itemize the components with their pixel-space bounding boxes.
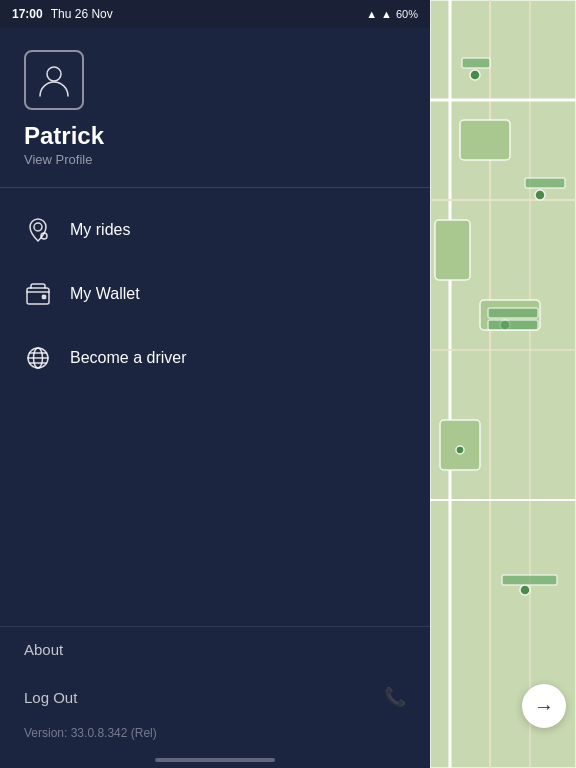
become-driver-label: Become a driver bbox=[70, 349, 187, 367]
nav-items: My rides My Wallet bbox=[0, 188, 430, 626]
map-background bbox=[430, 0, 576, 768]
svg-rect-4 bbox=[42, 295, 46, 299]
about-label: About bbox=[24, 641, 63, 658]
logout-label: Log Out bbox=[24, 689, 77, 706]
globe-icon bbox=[24, 344, 52, 372]
my-rides-label: My rides bbox=[70, 221, 130, 239]
status-time: 17:00 bbox=[12, 7, 43, 21]
svg-rect-7 bbox=[430, 0, 576, 768]
phone-icon: 📞 bbox=[384, 686, 406, 708]
status-date: Thu 26 Nov bbox=[51, 7, 113, 21]
avatar bbox=[24, 50, 84, 110]
about-item[interactable]: About bbox=[0, 627, 430, 672]
my-wallet-label: My Wallet bbox=[70, 285, 140, 303]
svg-rect-18 bbox=[440, 420, 480, 470]
svg-rect-15 bbox=[460, 120, 510, 160]
svg-rect-27 bbox=[488, 320, 538, 330]
wallet-icon bbox=[24, 280, 52, 308]
svg-rect-24 bbox=[462, 58, 490, 68]
battery-label: 60% bbox=[396, 8, 418, 20]
view-profile-link[interactable]: View Profile bbox=[24, 152, 406, 167]
profile-section: Patrick View Profile bbox=[0, 0, 430, 188]
rides-icon bbox=[24, 216, 52, 244]
svg-point-22 bbox=[520, 585, 530, 595]
nav-item-my-wallet[interactable]: My Wallet bbox=[0, 262, 430, 326]
signal-icon: ▲ bbox=[366, 8, 377, 20]
svg-rect-25 bbox=[525, 178, 565, 188]
nav-item-become-driver[interactable]: Become a driver bbox=[0, 326, 430, 390]
sidebar: 17:00 Thu 26 Nov ▲ ▲ 60% Patrick View Pr… bbox=[0, 0, 430, 768]
map-panel: → bbox=[430, 0, 576, 768]
avatar-icon bbox=[36, 62, 72, 98]
svg-point-23 bbox=[456, 446, 464, 454]
bottom-section: About Log Out 📞 Version: 33.0.8.342 (Rel… bbox=[0, 626, 430, 768]
version-text: Version: 33.0.8.342 (Rel) bbox=[0, 722, 430, 748]
nav-item-my-rides[interactable]: My rides bbox=[0, 198, 430, 262]
svg-point-19 bbox=[470, 70, 480, 80]
svg-point-1 bbox=[34, 223, 42, 231]
svg-point-0 bbox=[47, 67, 61, 81]
arrow-icon: → bbox=[534, 695, 554, 718]
profile-name: Patrick bbox=[24, 122, 406, 150]
svg-rect-16 bbox=[435, 220, 470, 280]
logout-item[interactable]: Log Out 📞 bbox=[0, 672, 430, 722]
navigate-arrow-button[interactable]: → bbox=[522, 684, 566, 728]
svg-rect-28 bbox=[502, 575, 557, 585]
home-indicator bbox=[155, 758, 275, 762]
wifi-icon: ▲ bbox=[381, 8, 392, 20]
status-bar: 17:00 Thu 26 Nov ▲ ▲ 60% bbox=[0, 0, 430, 28]
svg-point-20 bbox=[535, 190, 545, 200]
svg-rect-26 bbox=[488, 308, 538, 318]
status-icons: ▲ ▲ 60% bbox=[366, 8, 418, 20]
